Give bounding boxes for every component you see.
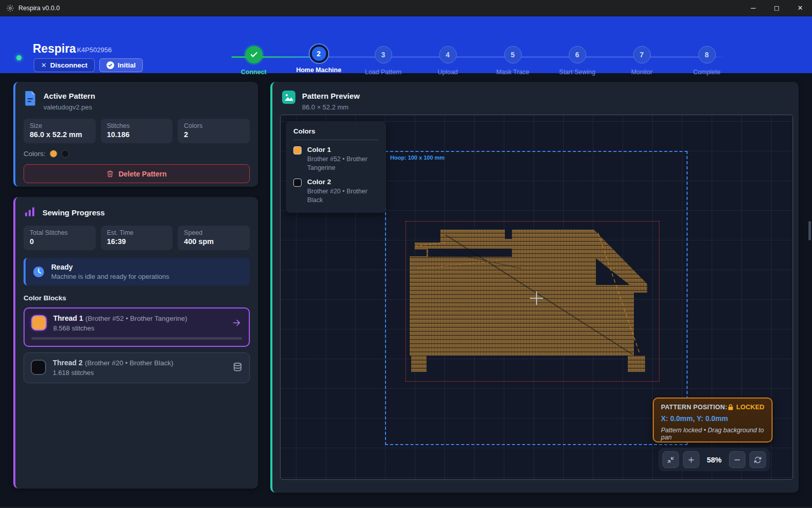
step-number: 7 (633, 46, 651, 63)
card-title: Active Pattern (44, 91, 95, 100)
x-icon: ✕ (41, 61, 47, 69)
file-icon (24, 91, 37, 106)
maximize-button[interactable]: ◻ (765, 0, 788, 16)
locked-badge: LOCKED (736, 403, 764, 411)
app-name: Respira (33, 42, 76, 56)
step-mask-trace[interactable]: 5 Mask Trace (480, 46, 545, 76)
bar-chart-icon (24, 206, 36, 218)
active-pattern-card: Active Pattern valetudogv2.pes Size 86.0… (13, 82, 258, 187)
close-button[interactable]: ✕ (788, 0, 812, 16)
clock-icon (33, 266, 45, 278)
legend-entry-1: Color 1 Brother #52 • Brother Tangerine (293, 146, 378, 172)
delete-pattern-button[interactable]: Delete Pattern (24, 164, 250, 183)
arrow-right-icon (231, 318, 242, 327)
legend-title: Colors (293, 127, 378, 135)
thread-block-1[interactable]: Thread 1 (Brother #52 • Brother Tangerin… (24, 307, 250, 347)
step-upload[interactable]: 4 Upload (415, 46, 480, 76)
machine-serial: • K4P502956 (73, 46, 112, 54)
color-swatch-1 (50, 150, 57, 158)
reset-view-button[interactable] (750, 451, 766, 468)
thread-color-swatch (31, 315, 47, 330)
zoom-level: 58% (703, 456, 725, 464)
step-done-check-icon (245, 46, 263, 63)
stat-est-time: Est. Time 16:39 (101, 226, 173, 250)
step-monitor[interactable]: 7 Monitor (609, 46, 674, 76)
fit-view-button[interactable] (663, 451, 679, 468)
initial-button[interactable]: Initial (99, 58, 143, 72)
check-circle-icon (106, 61, 114, 69)
app-icon (6, 4, 14, 12)
zoom-out-button[interactable] (729, 451, 745, 468)
step-home-machine[interactable]: 2 Home Machine (286, 46, 351, 74)
color-blocks-heading: Color Blocks (24, 294, 250, 302)
position-hint: Pattern locked • Drag background to pan (661, 427, 764, 441)
card-title: Pattern Preview (302, 91, 360, 100)
thread-block-2[interactable]: Thread 2 (Brother #20 • Brother Black) 1… (24, 352, 250, 383)
stat-speed: Speed 400 spm (178, 226, 250, 250)
title-bar: Respira v0.0.0 ─ ◻ ✕ (0, 0, 812, 16)
position-label: PATTERN POSITION: (661, 404, 728, 411)
stat-total-stitches: Total Stitches 0 (24, 226, 96, 250)
zoom-controls: 58% (658, 448, 770, 471)
step-connect[interactable]: Connect (221, 46, 286, 76)
step-start-sewing[interactable]: 6 Start Sewing (545, 46, 610, 76)
thread-stitch-count: 1.618 stitches (53, 369, 174, 377)
step-number: 2 (310, 45, 328, 63)
disconnect-button[interactable]: ✕ Disconnect (34, 58, 95, 72)
image-icon (282, 91, 295, 104)
step-number: 5 (504, 46, 522, 63)
stat-colors: Colors 2 (178, 119, 250, 143)
thread-progress-bar (31, 337, 242, 340)
app-header: Respira • K4P502956 ✕ Disconnect Initial… (0, 16, 812, 73)
pattern-preview-card: Pattern Preview 86.0 × 52.2 mm Hoop: 100… (270, 82, 799, 493)
window-title: Respira v0.0.0 (18, 5, 60, 12)
minimize-button[interactable]: ─ (741, 0, 765, 16)
machine-status-box: Ready Machine is idle and ready for oper… (24, 258, 250, 285)
card-title: Sewing Progress (42, 207, 105, 217)
legend-entry-2: Color 2 Brother #20 • Brother Black (293, 178, 378, 205)
thread-color-swatch (31, 360, 46, 375)
zoom-in-button[interactable] (683, 451, 699, 468)
legend-swatch-2 (293, 179, 302, 187)
pattern-dimensions: 86.0 × 52.2 mm (302, 103, 360, 111)
pattern-filename: valetudogv2.pes (44, 103, 95, 111)
colors-legend: Colors Color 1 Brother #52 • Brother Tan… (286, 121, 386, 213)
step-load-pattern[interactable]: 3 Load Pattern (351, 46, 416, 76)
database-icon (232, 362, 243, 372)
step-number: 3 (375, 46, 392, 63)
thread-stitch-count: 8.568 stitches (53, 324, 187, 332)
step-number: 4 (439, 46, 457, 63)
pattern-position-overlay: PATTERN POSITION: LOCKED X: 0.0mm, Y: 0.… (653, 397, 773, 443)
stat-size: Size 86.0 x 52.2 mm (24, 119, 96, 143)
step-number: 8 (698, 46, 716, 63)
trash-icon (106, 170, 114, 178)
preview-canvas[interactable]: Hoop: 100 x 100 mm (280, 115, 793, 480)
color-swatch-2 (61, 150, 69, 158)
step-complete[interactable]: 8 Complete (674, 46, 739, 76)
colors-label: Colors: (24, 150, 46, 158)
step-number: 6 (569, 46, 586, 63)
stat-stitches: Stitches 10.186 (101, 119, 173, 143)
sewing-progress-card: Sewing Progress Total Stitches 0 Est. Ti… (13, 197, 258, 489)
connection-status-dot (16, 55, 22, 60)
lock-icon (728, 404, 734, 411)
legend-divider (293, 140, 378, 140)
legend-swatch-1 (293, 146, 302, 154)
window-scrollbar[interactable] (808, 221, 811, 240)
position-coordinates: X: 0.0mm, Y: 0.0mm (661, 414, 764, 423)
status-title: Ready (51, 263, 169, 271)
status-description: Machine is idle and ready for operations (51, 273, 169, 280)
